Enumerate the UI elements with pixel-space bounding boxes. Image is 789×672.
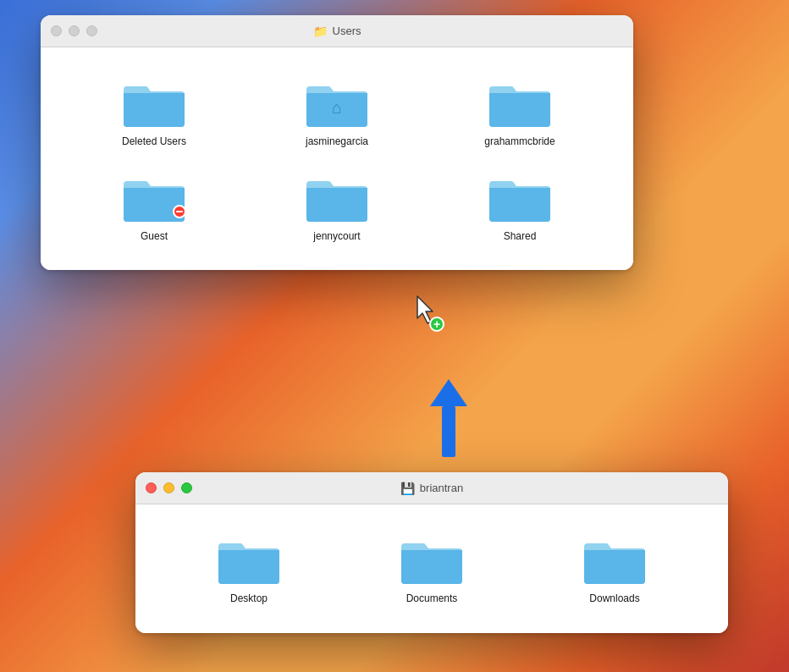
briantran-window: 💾 briantran Desktop <box>135 472 728 633</box>
folder-downloads-label: Downloads <box>589 592 639 606</box>
folder-desktop[interactable]: Desktop <box>163 532 335 606</box>
users-folder-grid: Deleted Users ⌂ jasminegarcia <box>68 68 606 250</box>
folder-jennycourt-icon <box>303 169 371 225</box>
folder-grahammcbride[interactable]: grahammcbride <box>433 74 606 149</box>
users-window: 📁 Users Deleted Users <box>41 15 633 270</box>
close-button-inactive[interactable] <box>51 25 62 36</box>
arrow-head <box>430 379 467 406</box>
users-titlebar: 📁 Users <box>41 15 633 47</box>
folder-documents-icon <box>398 532 466 587</box>
maximize-button[interactable] <box>181 482 192 493</box>
folder-desktop-icon <box>215 532 283 587</box>
folder-jasminegarcia[interactable]: ⌂ jasminegarcia <box>251 74 423 149</box>
folder-guest-icon <box>120 169 188 225</box>
window-controls-inactive <box>51 25 97 36</box>
folder-deleted-users[interactable]: Deleted Users <box>68 74 240 149</box>
briantran-title-icon: 💾 <box>400 482 415 495</box>
guest-restriction-badge <box>173 205 186 218</box>
folder-shared-icon <box>486 169 554 225</box>
briantran-window-content: Desktop Documents <box>135 504 728 633</box>
maximize-button-inactive[interactable] <box>86 25 97 36</box>
users-window-content: Deleted Users ⌂ jasminegarcia <box>41 47 633 270</box>
folder-deleted-users-label: Deleted Users <box>122 135 186 149</box>
folder-downloads[interactable]: Downloads <box>528 532 701 606</box>
folder-grahammcbride-label: grahammcbride <box>484 135 555 149</box>
folder-documents-label: Documents <box>406 592 458 606</box>
briantran-titlebar: 💾 briantran <box>135 472 728 504</box>
home-icon: ⌂ <box>332 98 342 118</box>
users-title-text: Users <box>333 25 361 37</box>
folder-jennycourt-label: jennycourt <box>313 230 360 244</box>
folder-guest-label: Guest <box>141 230 168 244</box>
minimize-button[interactable] <box>163 482 174 493</box>
arrow-shaft <box>442 406 455 457</box>
folder-guest[interactable]: Guest <box>68 169 240 244</box>
cursor-add-badge: + <box>429 317 444 332</box>
folder-documents[interactable]: Documents <box>345 532 518 606</box>
window-controls-active <box>146 482 192 493</box>
folder-jasminegarcia-label: jasminegarcia <box>306 135 368 149</box>
briantran-title-text: briantran <box>420 482 463 494</box>
folder-jennycourt[interactable]: jennycourt <box>251 169 423 244</box>
users-title-icon: 📁 <box>313 25 328 38</box>
briantran-folder-grid: Desktop Documents <box>163 525 701 613</box>
folder-desktop-label: Desktop <box>230 592 268 606</box>
folder-grahammcbride-icon <box>486 74 554 130</box>
folder-shared[interactable]: Shared <box>433 169 606 244</box>
minimize-button-inactive[interactable] <box>69 25 80 36</box>
folder-jasminegarcia-icon: ⌂ <box>303 74 371 130</box>
folder-shared-label: Shared <box>504 230 537 244</box>
close-button[interactable] <box>146 482 157 493</box>
folder-deleted-users-icon <box>120 74 188 130</box>
folder-downloads-icon <box>581 532 648 587</box>
users-window-title: 📁 Users <box>313 25 361 38</box>
briantran-window-title: 💾 briantran <box>400 482 463 495</box>
cursor-with-alias: + <box>414 295 441 328</box>
blue-annotation-arrow <box>430 381 467 457</box>
